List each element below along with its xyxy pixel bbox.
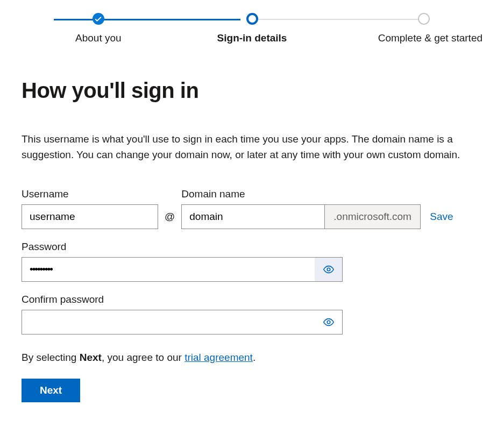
step-dot-pending-icon [418,13,430,25]
step-label: Sign-in details [217,32,287,44]
stepper-connector-pending [257,19,423,20]
domain-field-group: Domain name .onmicrosoft.com [181,188,413,229]
domain-suffix: .onmicrosoft.com [325,204,421,229]
step-signin-details: Sign-in details [175,13,329,44]
page-title: How you'll sign in [22,79,482,103]
step-dot-active-icon [246,13,258,25]
trial-agreement-link[interactable]: trial agreement [184,352,253,363]
svg-point-1 [327,321,330,324]
svg-point-0 [327,268,330,271]
show-confirm-password-button[interactable] [315,310,343,335]
username-label: Username [22,188,158,200]
password-label: Password [22,241,482,253]
domain-label: Domain name [181,188,413,200]
eye-icon [323,316,335,328]
stepper: About you Sign-in details Complete & get… [0,0,504,44]
step-label: Complete & get started [378,32,482,44]
agreement-text: By selecting Next, you agree to our tria… [22,352,482,364]
save-link[interactable]: Save [419,211,453,229]
step-about-you: About you [22,13,175,44]
at-symbol: @ [165,211,175,229]
confirm-password-input[interactable] [22,310,315,335]
check-icon [93,13,104,25]
step-complete: Complete & get started [329,13,482,44]
stepper-connector-active [54,19,240,20]
domain-input[interactable] [181,204,325,229]
eye-icon [323,264,335,275]
confirm-password-label: Confirm password [22,294,482,305]
step-label: About you [75,32,122,44]
show-password-button[interactable] [315,257,343,282]
username-field-group: Username [22,188,158,229]
username-input[interactable] [22,204,158,229]
next-button[interactable]: Next [22,379,80,402]
page-description: This username is what you'll use to sign… [22,132,463,162]
password-input[interactable] [22,257,315,282]
